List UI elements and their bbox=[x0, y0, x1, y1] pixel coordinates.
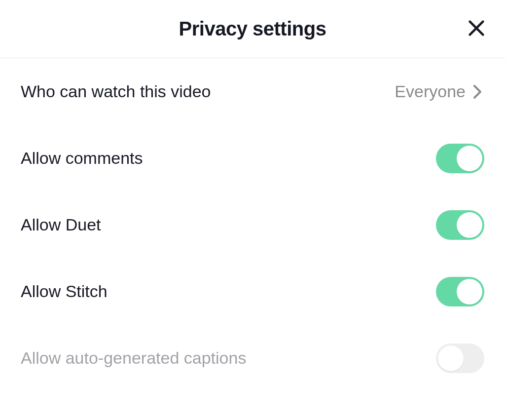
allow-captions-row: Allow auto-generated captions bbox=[21, 325, 484, 391]
allow-duet-row: Allow Duet bbox=[21, 191, 484, 258]
allow-stitch-row: Allow Stitch bbox=[21, 258, 484, 325]
allow-comments-toggle[interactable] bbox=[436, 144, 484, 173]
toggle-knob bbox=[457, 146, 482, 171]
who-can-watch-value-wrap[interactable]: Everyone bbox=[395, 82, 484, 101]
chevron-right-icon bbox=[470, 85, 484, 99]
allow-duet-label: Allow Duet bbox=[21, 215, 101, 234]
who-can-watch-row[interactable]: Who can watch this video Everyone bbox=[21, 58, 484, 125]
settings-list: Who can watch this video Everyone Allow … bbox=[0, 58, 505, 391]
toggle-knob bbox=[457, 212, 482, 238]
who-can-watch-value: Everyone bbox=[395, 82, 466, 101]
who-can-watch-label: Who can watch this video bbox=[21, 82, 211, 101]
header: Privacy settings bbox=[0, 0, 505, 58]
allow-comments-label: Allow comments bbox=[21, 149, 143, 168]
allow-comments-row: Allow comments bbox=[21, 125, 484, 191]
allow-captions-label: Allow auto-generated captions bbox=[21, 348, 246, 368]
toggle-knob bbox=[457, 279, 482, 305]
allow-duet-toggle[interactable] bbox=[436, 210, 484, 240]
page-title: Privacy settings bbox=[179, 18, 326, 40]
allow-stitch-toggle[interactable] bbox=[436, 277, 484, 306]
close-button[interactable] bbox=[466, 18, 487, 40]
allow-captions-toggle[interactable] bbox=[436, 344, 484, 373]
toggle-knob bbox=[438, 345, 464, 371]
close-icon bbox=[467, 18, 486, 40]
allow-stitch-label: Allow Stitch bbox=[21, 282, 108, 301]
